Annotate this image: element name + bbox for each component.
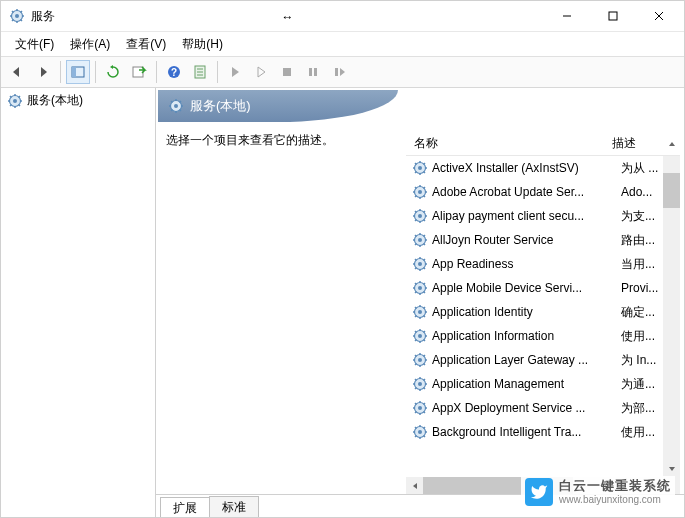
service-desc: 为支...	[621, 208, 663, 225]
window-title: 服务	[31, 8, 213, 25]
resize-grip-icon: ↔	[282, 10, 294, 24]
menu-help[interactable]: 帮助(H)	[174, 33, 231, 56]
gear-icon	[412, 208, 428, 224]
service-row[interactable]: Application Information使用...	[406, 324, 663, 348]
gear-icon	[168, 98, 184, 114]
export-button[interactable]	[127, 60, 151, 84]
service-name: Alipay payment client secu...	[432, 209, 621, 223]
service-name: Apple Mobile Device Servi...	[432, 281, 621, 295]
service-row[interactable]: Application Management为通...	[406, 372, 663, 396]
service-name: AllJoyn Router Service	[432, 233, 621, 247]
svg-rect-16	[133, 67, 143, 77]
service-row[interactable]: Application Identity确定...	[406, 300, 663, 324]
service-name: Adobe Acrobat Update Ser...	[432, 185, 621, 199]
menu-view[interactable]: 查看(V)	[118, 33, 174, 56]
svg-rect-15	[72, 67, 76, 77]
service-name: ActiveX Installer (AxInstSV)	[432, 161, 621, 175]
tree-root-item[interactable]: 服务(本地)	[3, 90, 153, 111]
service-row[interactable]: Alipay payment client secu...为支...	[406, 204, 663, 228]
service-name: Application Layer Gateway ...	[432, 353, 621, 367]
back-button[interactable]	[5, 60, 29, 84]
restart-button[interactable]	[327, 60, 351, 84]
watermark-bird-icon	[525, 478, 553, 506]
title-bar: 服务 ↔	[1, 1, 684, 32]
service-desc: Ado...	[621, 185, 663, 199]
service-name: Application Management	[432, 377, 621, 391]
svg-text:?: ?	[171, 67, 177, 78]
play-button[interactable]	[249, 60, 273, 84]
list-body: ActiveX Installer (AxInstSV)为从 ...Adobe …	[406, 156, 680, 494]
services-list: 名称 描述 ActiveX Installer (AxInstSV)为从 ...…	[406, 132, 680, 494]
detail-header: 服务(本地)	[158, 90, 398, 122]
scroll-up-button[interactable]	[663, 140, 680, 148]
service-desc: 为从 ...	[621, 160, 663, 177]
service-desc: 当用...	[621, 256, 663, 273]
vscroll-thumb[interactable]	[663, 173, 680, 208]
menu-action[interactable]: 操作(A)	[62, 33, 118, 56]
service-row[interactable]: App Readiness当用...	[406, 252, 663, 276]
gear-icon	[412, 280, 428, 296]
gear-icon	[412, 376, 428, 392]
column-name[interactable]: 名称	[406, 135, 608, 152]
service-desc: 使用...	[621, 328, 663, 345]
service-row[interactable]: Application Layer Gateway ...为 In...	[406, 348, 663, 372]
watermark-url: www.baiyunxitong.com	[559, 494, 671, 505]
maximize-button[interactable]	[590, 1, 636, 31]
vertical-scrollbar[interactable]	[663, 156, 680, 477]
menu-file[interactable]: 文件(F)	[7, 33, 62, 56]
service-row[interactable]: Adobe Acrobat Update Ser...Ado...	[406, 180, 663, 204]
svg-rect-26	[335, 68, 338, 76]
gear-icon	[412, 232, 428, 248]
service-desc: 为通...	[621, 376, 663, 393]
service-row[interactable]: AllJoyn Router Service路由...	[406, 228, 663, 252]
svg-rect-23	[283, 68, 291, 76]
tab-extended[interactable]: 扩展	[160, 497, 210, 517]
minimize-button[interactable]	[544, 1, 590, 31]
service-desc: 为部...	[621, 400, 663, 417]
properties-button[interactable]	[188, 60, 212, 84]
refresh-button[interactable]	[101, 60, 125, 84]
gear-icon	[412, 424, 428, 440]
help-button[interactable]: ?	[162, 60, 186, 84]
gear-icon	[412, 256, 428, 272]
detail-body: 选择一个项目来查看它的描述。 名称 描述 ActiveX Installer (…	[156, 122, 684, 494]
service-row[interactable]: Background Intelligent Tra...使用...	[406, 420, 663, 444]
gear-icon	[412, 184, 428, 200]
forward-button[interactable]	[31, 60, 55, 84]
service-desc: 为 In...	[621, 352, 663, 369]
window: 服务 ↔ 文件(F) 操作(A) 查看(V) 帮助(H) ?	[0, 0, 685, 518]
window-controls	[544, 1, 682, 31]
close-button[interactable]	[636, 1, 682, 31]
service-row[interactable]: AppX Deployment Service ...为部...	[406, 396, 663, 420]
column-desc[interactable]: 描述	[608, 135, 663, 152]
tree-panel: 服务(本地)	[1, 88, 156, 517]
svg-rect-24	[309, 68, 312, 76]
scroll-down-button[interactable]	[663, 460, 680, 477]
tab-standard[interactable]: 标准	[209, 496, 259, 517]
service-name: Application Information	[432, 329, 621, 343]
show-hide-tree-button[interactable]	[66, 60, 90, 84]
svg-rect-25	[314, 68, 317, 76]
scroll-left-button[interactable]	[406, 477, 423, 494]
gear-icon	[412, 400, 428, 416]
list-header: 名称 描述	[406, 132, 680, 156]
svg-rect-11	[609, 12, 617, 20]
menu-bar: 文件(F) 操作(A) 查看(V) 帮助(H)	[1, 32, 684, 57]
gear-icon	[412, 160, 428, 176]
service-row[interactable]: Apple Mobile Device Servi...Provi...	[406, 276, 663, 300]
start-service-button[interactable]	[223, 60, 247, 84]
service-name: App Readiness	[432, 257, 621, 271]
tree-root-label: 服务(本地)	[27, 92, 83, 109]
service-row[interactable]: ActiveX Installer (AxInstSV)为从 ...	[406, 156, 663, 180]
service-name: Background Intelligent Tra...	[432, 425, 621, 439]
service-desc: Provi...	[621, 281, 663, 295]
stop-button[interactable]	[275, 60, 299, 84]
gear-icon	[412, 328, 428, 344]
detail-panel: 服务(本地) 选择一个项目来查看它的描述。 名称 描述 ActiveX Inst…	[156, 88, 684, 517]
app-icon	[9, 8, 25, 24]
description-prompt: 选择一个项目来查看它的描述。	[166, 132, 406, 494]
service-desc: 路由...	[621, 232, 663, 249]
pause-button[interactable]	[301, 60, 325, 84]
service-name: Application Identity	[432, 305, 621, 319]
gear-icon	[412, 352, 428, 368]
